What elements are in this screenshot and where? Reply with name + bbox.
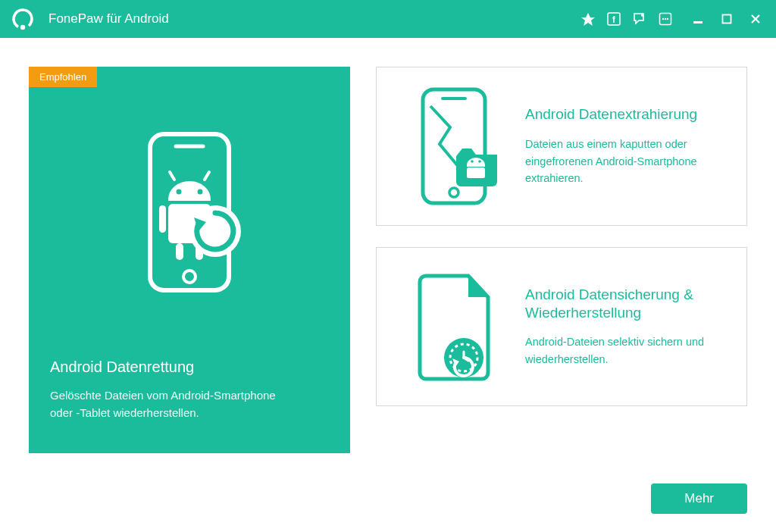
svg-point-9 <box>667 18 668 20</box>
card-title: Android Datenrettung <box>50 358 329 376</box>
recommended-badge: Empfohlen <box>29 67 97 87</box>
app-logo-icon <box>11 7 35 31</box>
svg-rect-11 <box>723 15 731 23</box>
svg-point-1 <box>20 25 25 30</box>
card-title: Android Datenextrahierung <box>525 105 727 124</box>
card-text: Android Datensicherung & Wiederherstellu… <box>518 286 727 368</box>
svg-point-5 <box>641 14 644 17</box>
svg-point-18 <box>198 189 203 195</box>
svg-point-7 <box>662 18 664 20</box>
window-controls <box>691 12 762 26</box>
broken-phone-icon <box>390 82 518 211</box>
svg-rect-31 <box>467 167 485 178</box>
svg-line-20 <box>205 172 209 180</box>
svg-rect-22 <box>159 205 166 233</box>
card-data-backup[interactable]: Android Datensicherung & Wiederherstellu… <box>376 247 747 406</box>
card-title: Android Datensicherung & Wiederherstellu… <box>525 286 727 322</box>
feedback-icon[interactable] <box>632 11 647 27</box>
card-description: Dateien aus einem kaputten oder eingefro… <box>525 136 722 186</box>
svg-point-32 <box>471 160 474 163</box>
maximize-button[interactable] <box>720 12 734 26</box>
phone-recovery-icon <box>29 67 350 358</box>
premium-icon[interactable] <box>580 11 596 27</box>
main-content: Empfohlen <box>0 38 776 500</box>
svg-marker-2 <box>581 13 595 26</box>
right-column: Android Datenextrahierung Dateien aus ei… <box>376 67 747 487</box>
card-data-recovery[interactable]: Empfohlen <box>29 67 350 453</box>
close-button[interactable] <box>749 12 762 26</box>
titlebar: FonePaw für Android f <box>0 0 776 38</box>
card-description: Gelöschte Dateien vom Android-Smartphone… <box>50 386 277 422</box>
card-text: Android Datenextrahierung Dateien aus ei… <box>518 105 727 186</box>
menu-icon[interactable] <box>658 11 673 27</box>
card-description: Android-Dateien selektiv sichern und wie… <box>525 333 722 368</box>
more-button[interactable]: Mehr <box>651 483 747 514</box>
svg-rect-24 <box>176 243 183 260</box>
facebook-icon[interactable]: f <box>606 11 621 27</box>
svg-point-8 <box>665 18 666 20</box>
svg-point-30 <box>449 188 458 197</box>
footer: Mehr <box>651 483 747 514</box>
app-title: FonePaw für Android <box>48 11 169 27</box>
svg-text:f: f <box>612 14 616 25</box>
card-text: Android Datenrettung Gelöschte Dateien v… <box>29 358 350 454</box>
svg-rect-10 <box>693 21 702 23</box>
svg-point-17 <box>177 189 182 195</box>
svg-line-19 <box>170 172 174 180</box>
header-actions: f <box>580 11 673 27</box>
svg-point-33 <box>478 160 481 163</box>
minimize-button[interactable] <box>691 12 705 26</box>
svg-point-16 <box>183 271 196 283</box>
card-data-extraction[interactable]: Android Datenextrahierung Dateien aus ei… <box>376 67 747 226</box>
backup-document-icon <box>390 262 518 391</box>
